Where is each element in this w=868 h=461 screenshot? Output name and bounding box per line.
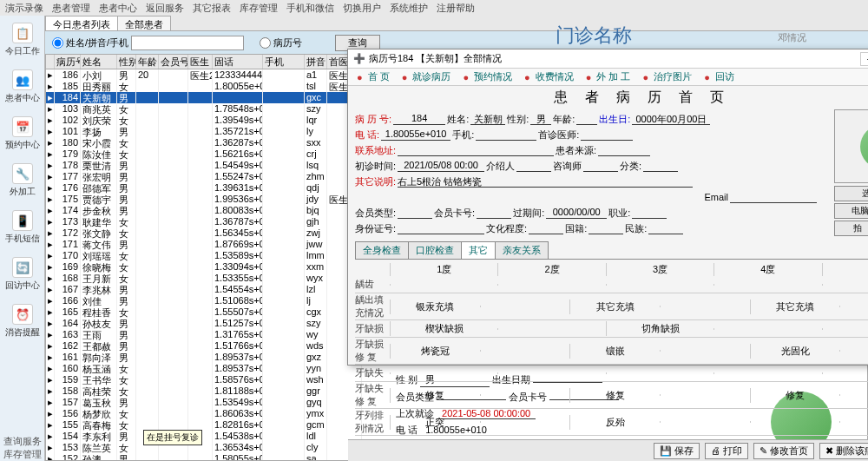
save-button[interactable]: 💾 保存: [654, 443, 700, 459]
menu-item[interactable]: 返回服务: [146, 2, 184, 14]
save-button[interactable]: 🖨 打印: [705, 443, 748, 459]
nav-item[interactable]: 📅预约中心: [5, 116, 40, 151]
search-name-input[interactable]: [131, 36, 244, 50]
exam-tab[interactable]: 口腔检查: [408, 241, 462, 259]
dialog-tool[interactable]: ●回访: [697, 70, 738, 83]
exam-row: 牙缺失: [355, 365, 868, 382]
nav-item[interactable]: 📱手机短信: [5, 210, 40, 245]
column-header[interactable]: 固话: [213, 55, 263, 69]
dialog-tool[interactable]: ●预约情况: [456, 70, 516, 83]
exam-row: 龋出填充情况银汞充填其它充填其它充填: [355, 293, 868, 320]
nav-icon: ⏰: [12, 304, 33, 325]
nav-label: 手机短信: [5, 233, 40, 245]
exam-header: 4度: [713, 263, 821, 276]
menu-item[interactable]: 其它报表: [193, 2, 231, 14]
nav-footer-item[interactable]: 库存管理: [0, 448, 45, 461]
nav-label: 回访中心: [5, 280, 40, 292]
nav-icon: 🔄: [12, 257, 33, 278]
tab[interactable]: 全部患者: [117, 16, 171, 30]
dialog-title: 病历号184 【关新朝】全部情况: [369, 52, 502, 65]
radio-rec[interactable]: [260, 37, 271, 49]
menu-item[interactable]: 手机和微信: [286, 2, 334, 14]
exam-header: 3度: [606, 263, 713, 276]
save-button[interactable]: ✖ 删除该病人全部资料: [819, 443, 868, 459]
dialog-tool[interactable]: ●治疗图片: [635, 70, 695, 83]
exam-header: 1度: [390, 263, 497, 276]
nav-label: 消咨提醒: [5, 326, 40, 339]
column-header[interactable]: 手机: [263, 55, 305, 69]
tab[interactable]: 今日患者列表: [45, 16, 118, 30]
photo-box: 照片: [834, 109, 868, 183]
exam-header: 5度: [822, 263, 868, 276]
exam-row: 牙缺失修 复修复修复修复: [355, 382, 868, 409]
nav-label: 预约中心: [5, 139, 40, 151]
nav-icon: 🔧: [12, 163, 33, 184]
radio-rec-label: 病历号: [273, 36, 302, 49]
dialog-icon: ➕: [353, 53, 365, 64]
min-button[interactable]: —: [860, 52, 868, 66]
nav-label: 患者中心: [5, 92, 40, 104]
exam-tab[interactable]: 亲友关系: [495, 241, 549, 259]
column-header[interactable]: 姓名: [81, 55, 117, 69]
select-photo-button[interactable]: 选取照片..: [834, 186, 868, 201]
menu-item[interactable]: 切换用户: [343, 2, 381, 14]
radio-name-label: 姓名/拼音/手机: [66, 36, 128, 49]
column-header[interactable]: 性别: [117, 55, 136, 69]
dialog-header: 患 者 病 历 首 页: [348, 86, 868, 109]
radio-name[interactable]: [52, 37, 63, 49]
dialog-tool[interactable]: ●首 页: [350, 70, 393, 83]
menu-item[interactable]: 患者中心: [99, 2, 137, 14]
menu-item[interactable]: 演示录像: [5, 2, 43, 14]
exam-tab[interactable]: 全身检查: [355, 241, 409, 259]
exam-row: 龋齿: [355, 276, 868, 293]
exam-row: 牙列排列情况正突反殆: [355, 409, 868, 436]
column-header[interactable]: 会员号: [159, 55, 188, 69]
camera-button[interactable]: 电脑摄像头采集: [834, 203, 868, 219]
exam-row: 牙缺损修 复烤瓷冠镶嵌光固化: [355, 338, 868, 365]
nav-icon: 👥: [12, 69, 33, 90]
column-header[interactable]: [46, 55, 55, 69]
nav-item[interactable]: 🔄回访中心: [5, 257, 40, 292]
nav-item[interactable]: 👥患者中心: [5, 69, 40, 104]
save-button[interactable]: ✎ 修改首页: [753, 443, 814, 459]
nav-item[interactable]: 📋今日工作: [5, 23, 40, 57]
column-header[interactable]: 年龄: [136, 55, 159, 69]
menu-item[interactable]: 患者管理: [52, 2, 90, 14]
nav-label: 今日工作: [5, 45, 40, 57]
exam-row: 牙缺损楔状缺损切角缺损: [355, 320, 868, 338]
menu-item[interactable]: 库存管理: [240, 2, 278, 14]
nav-icon: 📋: [12, 23, 33, 43]
tooltip: 在是挂号复诊: [143, 430, 202, 445]
column-header[interactable]: 拼音: [305, 55, 327, 69]
menu-item[interactable]: 系统维护: [390, 2, 428, 14]
dialog-tool[interactable]: ●收费情况: [517, 70, 577, 83]
dialog-tool[interactable]: ●外 加 工: [579, 70, 635, 83]
nav-icon: 📱: [12, 210, 33, 231]
dialog-tool[interactable]: ●就诊病历: [395, 70, 455, 83]
nav-label: 外加工: [10, 186, 36, 198]
exam-header: 2度: [497, 263, 605, 276]
take-button[interactable]: 拍: [834, 221, 868, 236]
nav-item[interactable]: 🔧外加工: [10, 163, 36, 198]
column-header[interactable]: 医生: [188, 55, 213, 69]
column-header[interactable]: 病历号: [55, 55, 81, 69]
nav-footer-item[interactable]: 查询服务: [0, 435, 45, 448]
menu-item[interactable]: 注册帮助: [437, 2, 475, 14]
clinic-title: 门诊名称: [556, 23, 632, 49]
patient-dialog: ➕ 病历号184 【关新朝】全部情况 — □ ✕ ●首 页●就诊病历●预约情况●…: [347, 49, 868, 366]
exam-tab[interactable]: 其它: [461, 241, 496, 259]
nav-icon: 📅: [12, 116, 33, 137]
nav-item[interactable]: ⏰消咨提醒: [5, 304, 40, 339]
